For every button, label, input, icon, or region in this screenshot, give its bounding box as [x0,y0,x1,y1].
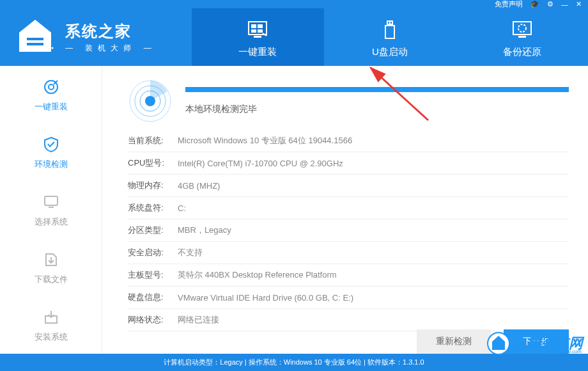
info-value: 网络已连接 [178,314,569,326]
svg-point-20 [49,84,54,90]
svg-rect-18 [518,36,526,38]
body-area: 一键重装 环境检测 选择系统 下载文件 安装系统 [0,66,588,354]
close-button[interactable]: ✕ [576,0,582,8]
info-label: 当前系统: [128,135,178,146]
info-label: 系统盘符: [128,202,178,214]
info-value: 不支持 [178,247,569,258]
sidebar-item-download[interactable]: 下载文件 [0,239,102,296]
sidebar-item-selectsys[interactable]: 选择系统 [0,181,102,239]
main-content: 本地环境检测完毕 当前系统:Microsoft Windows 10 专业版 6… [102,66,588,354]
nav-tab-reinstall[interactable]: 一键重装 [192,8,324,66]
info-value: 英特尔 440BX Desktop Reference Platform [178,269,569,281]
sidebar: 一键重装 环境检测 选择系统 下载文件 安装系统 [0,66,102,354]
disclaimer-link[interactable]: 免责声明 [495,0,523,9]
app-subtitle: — 装机大师 — [65,43,157,54]
logo-section: 系统之家 — 装机大师 — [0,8,192,66]
svg-rect-2 [27,40,43,43]
scan-status: 本地环境检测完毕 [185,104,569,115]
nav-tab-label: 一键重装 [238,46,277,58]
sidebar-item-reinstall[interactable]: 一键重装 [0,66,102,123]
svg-rect-13 [385,26,394,38]
svg-rect-12 [387,20,393,26]
install-icon [41,307,61,328]
info-row: 网络状态:网络已连接 [128,309,569,331]
svg-rect-1 [27,35,43,38]
sidebar-label: 一键重装 [35,101,68,113]
svg-rect-15 [391,22,392,24]
svg-point-4 [49,44,51,47]
sidebar-item-envcheck[interactable]: 环境检测 [0,123,102,181]
monitor-icon [41,192,61,212]
info-value: C: [178,203,569,213]
graduation-icon[interactable]: 🎓 [530,0,539,8]
scan-right: 本地环境检测完毕 [185,87,569,115]
settings-icon[interactable]: ⚙ [547,0,553,8]
info-value: MBR，Legacy [178,225,569,236]
system-info-table: 当前系统:Microsoft Windows 10 专业版 64位 19044.… [128,130,569,331]
shield-icon [41,134,61,155]
info-label: 主板型号: [128,269,178,281]
svg-point-17 [518,24,526,32]
house-logo-icon [13,15,58,59]
windows-icon [245,17,270,42]
svg-rect-9 [251,29,256,33]
info-label: 硬盘信息: [128,292,178,303]
info-value: Intel(R) Core(TM) i7-10700 CPU @ 2.90GHz [178,159,569,168]
info-label: 安全启动: [128,247,178,258]
svg-rect-11 [254,36,261,38]
nav-tabs: 一键重装 U盘启动 备份还原 [192,8,588,66]
svg-rect-10 [258,29,263,33]
usb-icon [377,17,403,42]
watermark-url: www.dnxtw.com [545,349,582,354]
svg-rect-22 [49,207,54,208]
info-row: 主板型号:英特尔 440BX Desktop Reference Platfor… [128,264,569,287]
svg-rect-7 [251,24,256,28]
info-label: CPU型号: [128,157,178,169]
info-row: CPU型号:Intel(R) Core(TM) i7-10700 CPU @ 2… [128,152,569,175]
sidebar-label: 下载文件 [35,274,68,285]
svg-rect-14 [388,22,389,24]
nav-tab-backup[interactable]: 备份还原 [456,8,588,66]
info-row: 分区类型:MBR，Legacy [128,219,569,242]
minimize-button[interactable]: — [561,1,568,8]
info-row: 当前系统:Microsoft Windows 10 专业版 64位 19044.… [128,130,569,152]
svg-rect-3 [27,45,43,48]
nav-tab-usb[interactable]: U盘启动 [324,8,456,66]
logo-text: 系统之家 — 装机大师 — [65,21,157,54]
scan-row: 本地环境检测完毕 [128,79,569,123]
nav-tab-label: U盘启动 [372,46,408,58]
info-value: VMware Virtual IDE Hard Drive (60.0 GB, … [178,293,569,303]
info-row: 安全启动:不支持 [128,242,569,264]
header: 系统之家 — 装机大师 — 一键重装 U盘启动 备份还原 [0,8,588,66]
backup-icon [509,17,535,42]
info-value: 4GB (MHZ) [178,181,569,191]
titlebar: 免责声明 🎓 ⚙ — ✕ [0,0,588,8]
info-label: 分区类型: [128,225,178,236]
download-icon [41,249,61,270]
watermark: 电脑系统网 www.dnxtw.com [487,332,583,355]
sidebar-label: 环境检测 [35,159,68,170]
svg-rect-8 [258,24,263,28]
progress-bar [185,87,569,92]
nav-tab-label: 备份还原 [503,46,541,58]
footer-statusbar: 计算机启动类型：Legacy | 操作系统：Windows 10 专业版 64位… [0,354,588,371]
radar-icon [128,79,173,123]
info-label: 物理内存: [128,180,178,191]
sidebar-label: 选择系统 [35,216,68,228]
info-value: Microsoft Windows 10 专业版 64位 19044.1566 [178,135,569,146]
info-label: 网络状态: [128,314,178,326]
info-row: 硬盘信息:VMware Virtual IDE Hard Drive (60.0… [128,287,569,309]
watermark-logo-icon [487,332,510,355]
svg-rect-21 [45,196,58,205]
sidebar-item-install[interactable]: 安装系统 [0,296,102,354]
info-row: 系统盘符:C: [128,197,569,219]
target-icon [41,77,61,97]
sidebar-label: 安装系统 [35,331,68,343]
recheck-button[interactable]: 重新检测 [417,329,491,354]
svg-point-5 [52,47,54,49]
info-row: 物理内存:4GB (MHZ) [128,175,569,197]
app-title: 系统之家 [65,21,157,42]
